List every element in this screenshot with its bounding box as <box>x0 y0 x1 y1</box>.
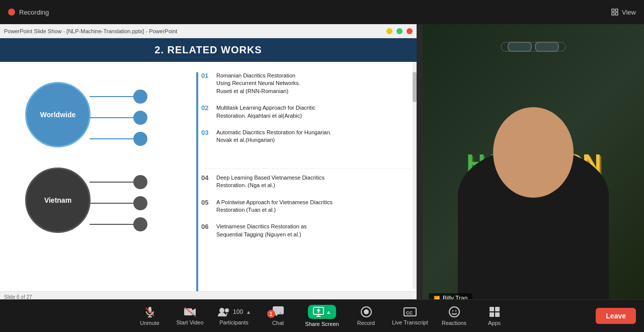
participants-button[interactable]: 100 ▲ Participants <box>210 300 258 333</box>
svg-point-25 <box>364 309 369 314</box>
slide-body: Worldwide Vietnam <box>0 62 417 289</box>
svg-point-29 <box>452 310 453 311</box>
svg-text:CC: CC <box>406 310 413 315</box>
recording-label: Recording <box>19 9 49 16</box>
list-num-04: 04 <box>201 174 212 190</box>
participants-icon <box>217 306 231 317</box>
participants-chevron[interactable]: ▲ <box>246 309 251 315</box>
list-text-05: A Pointwise Approach for Vietnamese Diac… <box>216 199 333 214</box>
reactions-button[interactable]: Reactions <box>434 300 474 333</box>
list-text-02: Multitask Learning Approach for Diacriti… <box>216 104 315 120</box>
participants-label: Participants <box>219 319 248 325</box>
slide-scrollbar-thumb[interactable] <box>413 72 417 102</box>
list-item-02: 02 Multitask Learning Approach for Diacr… <box>201 104 412 120</box>
ppt-restore-btn[interactable] <box>396 28 403 34</box>
dot-vn-3 <box>133 217 147 231</box>
svg-point-28 <box>449 307 459 317</box>
svg-rect-2 <box>612 13 614 15</box>
ppt-close-btn[interactable] <box>407 28 413 34</box>
slide-diagram: Worldwide Vietnam <box>0 62 191 289</box>
dot-ww-1 <box>133 90 147 104</box>
list-text-01: Romanian Diacritics RestorationUsing Rec… <box>216 72 300 95</box>
list-num-06: 06 <box>201 223 212 238</box>
chat-badge: 1 <box>267 310 275 318</box>
chat-button[interactable]: 1 ▲ Chat <box>258 300 298 333</box>
ppt-controls <box>386 28 413 34</box>
unmute-chevron[interactable]: ▲ <box>150 310 155 315</box>
svg-rect-1 <box>615 9 618 12</box>
list-num-03: 03 <box>201 129 212 144</box>
record-button[interactable]: Record <box>346 300 386 333</box>
ppt-minimize-btn[interactable] <box>386 28 392 34</box>
share-screen-chevron[interactable]: ▲ <box>326 309 331 315</box>
main-content: PowerPoint Slide Show - [NLP-Machine-Tra… <box>0 24 423 308</box>
svg-rect-0 <box>612 9 614 12</box>
live-transcript-label: Live Transcript <box>392 319 428 325</box>
list-item-03: 03 Automatic Diacritics Restoration for … <box>201 129 412 144</box>
apps-icon <box>489 306 501 318</box>
presenter-head <box>493 107 574 198</box>
vietnam-section: 04 Deep Learning Based Vietnamese Diacri… <box>201 174 412 247</box>
svg-point-20 <box>219 308 224 313</box>
dot-ww-3 <box>133 132 147 146</box>
slide-scrollbar[interactable] <box>413 62 417 289</box>
view-icon <box>611 8 619 16</box>
list-text-04: Deep Learning Based Vietnamese Diacritic… <box>216 174 325 190</box>
list-text-06: Vietnamese Diacritics Restoration asSequ… <box>216 223 307 238</box>
participants-count: 100 <box>233 308 243 315</box>
svg-rect-32 <box>495 307 500 311</box>
unmute-label: Unmute <box>140 320 159 326</box>
reactions-icon <box>448 306 460 318</box>
slide-content: 2. RELATED WORKS Worldwide <box>0 38 417 291</box>
dot-vn-1 <box>133 175 147 189</box>
chat-label: Chat <box>272 320 284 326</box>
share-screen-label: Share Screen <box>305 321 339 327</box>
top-bar-left: Recording <box>8 9 49 16</box>
slide-lists-area: 01 Romanian Diacritics RestorationUsing … <box>191 62 417 289</box>
connector-vn-2 <box>90 203 135 204</box>
svg-rect-3 <box>615 13 618 15</box>
reactions-label: Reactions <box>442 320 466 326</box>
vietnam-circle: Vietnam <box>25 168 91 233</box>
svg-point-30 <box>455 310 456 311</box>
view-label[interactable]: View <box>622 9 636 16</box>
start-video-button[interactable]: ▲ Start Video <box>170 300 210 333</box>
live-transcript-button[interactable]: CC Live Transcript <box>386 300 434 333</box>
recording-dot <box>8 9 15 16</box>
leave-button[interactable]: Leave <box>596 308 636 324</box>
share-screen-icon <box>313 307 324 317</box>
presenter-glasses <box>501 42 566 52</box>
apps-button[interactable]: Apps <box>474 300 515 333</box>
ppt-title-text: PowerPoint Slide Show - [NLP-Machine-Tra… <box>4 28 177 34</box>
list-num-02: 02 <box>201 104 212 120</box>
list-item-04: 04 Deep Learning Based Vietnamese Diacri… <box>201 174 412 190</box>
list-item-05: 05 A Pointwise Approach for Vietnamese D… <box>201 199 412 214</box>
list-separator <box>201 169 412 169</box>
chat-chevron[interactable]: ▲ <box>278 310 283 315</box>
slide-title: 2. RELATED WORKS <box>0 38 417 62</box>
connector-ww-3 <box>90 138 135 139</box>
connector-vn-3 <box>90 224 135 225</box>
unmute-button[interactable]: ▲ Unmute <box>130 300 170 333</box>
ppt-window: PowerPoint Slide Show - [NLP-Machine-Tra… <box>0 24 417 303</box>
worldwide-circle: Worldwide <box>25 82 91 147</box>
top-bar-right: View <box>611 8 636 16</box>
list-text-03: Automatic Diacritics Restoration for Hun… <box>216 129 332 144</box>
video-container: HACK ON 📶 Billy Tran <box>423 24 644 308</box>
connector-vn-1 <box>90 182 135 183</box>
start-video-label: Start Video <box>176 319 203 325</box>
video-chevron[interactable]: ▲ <box>191 310 196 316</box>
connector-ww-1 <box>90 96 135 97</box>
dot-ww-2 <box>133 111 147 125</box>
svg-rect-31 <box>490 307 494 311</box>
record-label: Record <box>357 320 375 326</box>
top-bar: Recording View <box>0 0 644 24</box>
connector-ww-2 <box>90 117 135 118</box>
svg-rect-33 <box>490 312 494 317</box>
list-num-01: 01 <box>201 72 212 95</box>
record-icon <box>360 306 372 318</box>
list-item-01: 01 Romanian Diacritics RestorationUsing … <box>201 72 412 95</box>
cc-icon: CC <box>404 306 417 317</box>
bottom-toolbar: ▲ Unmute ▲ Start Video 100 ▲ Parti <box>0 299 644 332</box>
share-screen-button[interactable]: ▲ Share Screen <box>298 300 346 333</box>
